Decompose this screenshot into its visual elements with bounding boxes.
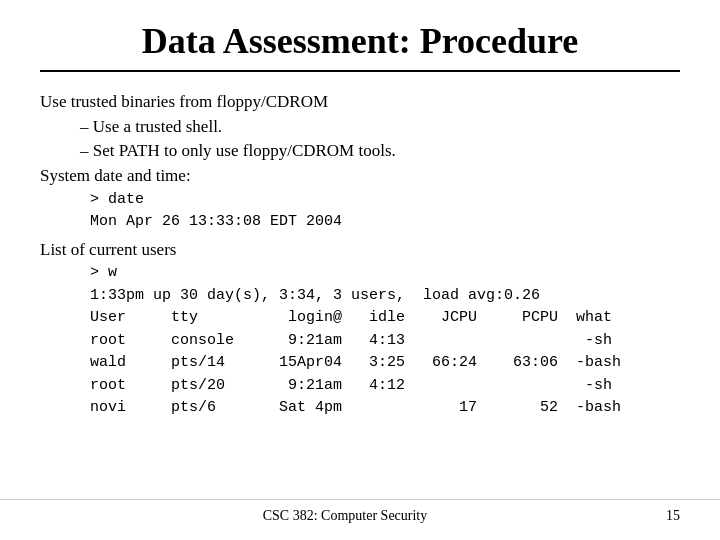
w-row-root1: root console 9:21am 4:13 -sh [90,330,680,353]
w-row-wald: wald pts/14 15Apr04 3:25 66:24 63:06 -ba… [90,352,680,375]
line-system-date: System date and time: [40,164,680,189]
w-header-line: User tty login@ idle JCPU PCPU what [90,307,680,330]
slide-title: Data Assessment: Procedure [40,20,680,72]
date-command-block: > date Mon Apr 26 13:33:08 EDT 2004 [90,189,680,234]
w-uptime-line: 1:33pm up 30 day(s), 3:34, 3 users, load… [90,285,680,308]
line-trusted-shell: – Use a trusted shell. [80,115,680,140]
date-output: Mon Apr 26 13:33:08 EDT 2004 [90,211,680,234]
w-row-novi: novi pts/6 Sat 4pm 17 52 -bash [90,397,680,420]
footer-center: CSC 382: Computer Security [40,508,650,524]
slide: Data Assessment: Procedure Use trusted b… [0,0,720,540]
line-trusted-binaries: Use trusted binaries from floppy/CDROM [40,90,680,115]
slide-content: Use trusted binaries from floppy/CDROM –… [40,90,680,420]
cmd-date: > date [90,189,680,212]
slide-footer: CSC 382: Computer Security 15 [0,499,720,524]
footer-page-number: 15 [650,508,680,524]
cmd-w: > w [90,262,680,285]
w-row-root2: root pts/20 9:21am 4:12 -sh [90,375,680,398]
line-current-users: List of current users [40,238,680,263]
line-set-path: – Set PATH to only use floppy/CDROM tool… [80,139,680,164]
w-command-block: > w 1:33pm up 30 day(s), 3:34, 3 users, … [90,262,680,420]
